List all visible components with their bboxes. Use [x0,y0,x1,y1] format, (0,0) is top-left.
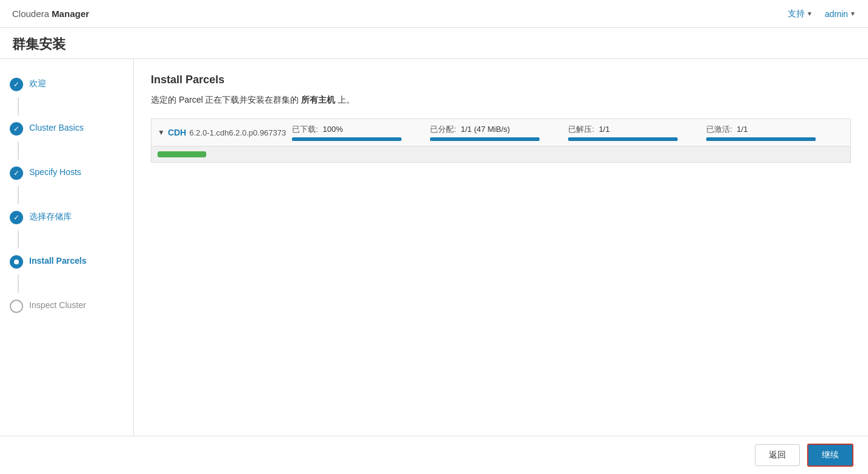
distribute-value: 1/1 (47 MiB/s) [460,125,510,134]
content-area: Install Parcels 选定的 Parcel 正在下载并安装在群集的 所… [134,59,868,443]
parcel-name: ▼ CDH 6.2.0-1.cdh6.2.0.p0.967373 [158,128,286,137]
step-circle-cluster-basics: ✓ [10,122,23,136]
sidebar-item-install-parcels[interactable]: Install Parcels [0,249,133,275]
header: Cloudera Manager 支持 ▼ admin ▼ [0,0,868,28]
sidebar-connector-1 [18,97,19,115]
step-circle-specify-hosts: ✓ [10,167,23,180]
parcel-stats: 已下载: 100% 已分配: 1/1 (47 MiB/s) [292,124,844,141]
activate-value: 1/1 [737,125,748,134]
sidebar-item-specify-hosts[interactable]: ✓ Specify Hosts [0,160,133,186]
parcel-row-header: ▼ CDH 6.2.0-1.cdh6.2.0.p0.967373 已下载: 10… [151,119,850,146]
sidebar-item-choose-repo[interactable]: ✓ 选择存储库 [0,204,133,230]
logo-cloudera: Cloudera [12,9,49,19]
step-circle-welcome: ✓ [10,78,23,91]
checkmark-icon-3: ✓ [13,169,19,177]
sidebar-label-choose-repo: 选择存储库 [29,210,72,222]
sidebar-label-install-parcels: Install Parcels [29,255,86,266]
header-right: 支持 ▼ admin ▼ [788,9,856,19]
checkmark-icon-2: ✓ [13,125,19,133]
desc-bold: 所有主机 [301,95,335,105]
sidebar-item-inspect-cluster[interactable]: Inspect Cluster [0,293,133,319]
page-title-bar: 群集安装 [0,28,868,59]
parcel-name-label: CDH [168,128,186,137]
desc-suffix: 上。 [338,95,355,105]
parcel-activate-stat: 已激活: 1/1 [706,124,844,141]
parcel-progress-row [151,146,850,162]
parcel-progress-bar [158,151,206,157]
sidebar-connector-2 [18,142,19,160]
active-dot-icon [14,259,19,264]
admin-menu[interactable]: admin ▼ [825,9,856,19]
checkmark-icon-4: ✓ [13,213,19,222]
main-layout: ✓ 欢迎 ✓ Cluster Basics ✓ Specify Hosts ✓ [0,59,868,443]
parcel-table: ▼ CDH 6.2.0-1.cdh6.2.0.p0.967373 已下载: 10… [151,118,851,163]
parcel-distribute-stat: 已分配: 1/1 (47 MiB/s) [430,124,568,141]
logo: Cloudera Manager [12,9,89,19]
parcel-progress-fill [158,151,206,157]
step-circle-choose-repo: ✓ [10,211,23,224]
admin-label: admin [825,9,848,19]
download-value: 100% [323,125,343,134]
desc-highlight: 正在下载并安装在群集的 [205,95,299,105]
activate-label: 已激活: [706,125,732,134]
sidebar-label-specify-hosts: Specify Hosts [29,166,82,177]
sidebar-item-cluster-basics[interactable]: ✓ Cluster Basics [0,115,133,142]
footer: 返回 继续 [0,436,868,443]
support-chevron-icon: ▼ [807,10,813,17]
unpack-label: 已解压: [568,125,594,134]
parcel-chevron-icon[interactable]: ▼ [158,128,165,137]
support-label: 支持 [788,9,805,19]
sidebar-connector-5 [18,275,19,293]
sidebar-label-cluster-basics: Cluster Basics [29,122,83,132]
page-title: 群集安装 [12,35,856,53]
parcel-version: 6.2.0-1.cdh6.2.0.p0.967373 [189,128,286,137]
step-circle-inspect-cluster [10,300,23,313]
content-title: Install Parcels [151,74,851,86]
download-label: 已下载: [292,125,318,134]
sidebar: ✓ 欢迎 ✓ Cluster Basics ✓ Specify Hosts ✓ [0,59,134,443]
support-menu[interactable]: 支持 ▼ [788,9,813,19]
parcel-download-stat: 已下载: 100% [292,124,430,141]
parcel-row: ▼ CDH 6.2.0-1.cdh6.2.0.p0.967373 已下载: 10… [151,119,851,163]
content-description: 选定的 Parcel 正在下载并安装在群集的 所有主机 上。 [151,94,851,106]
logo-manager: Manager [52,9,89,19]
checkmark-icon: ✓ [13,80,19,89]
desc-prefix: 选定的 Parcel [151,95,205,105]
unpack-value: 1/1 [599,125,609,134]
parcel-unpack-stat: 已解压: 1/1 [568,124,706,141]
sidebar-label-welcome: 欢迎 [29,77,46,89]
distribute-label: 已分配: [430,125,456,134]
step-circle-install-parcels [10,255,23,269]
admin-chevron-icon: ▼ [850,10,856,17]
sidebar-label-inspect-cluster: Inspect Cluster [29,299,86,310]
sidebar-item-welcome[interactable]: ✓ 欢迎 [0,71,133,97]
sidebar-connector-4 [18,230,19,249]
sidebar-connector-3 [18,186,19,204]
